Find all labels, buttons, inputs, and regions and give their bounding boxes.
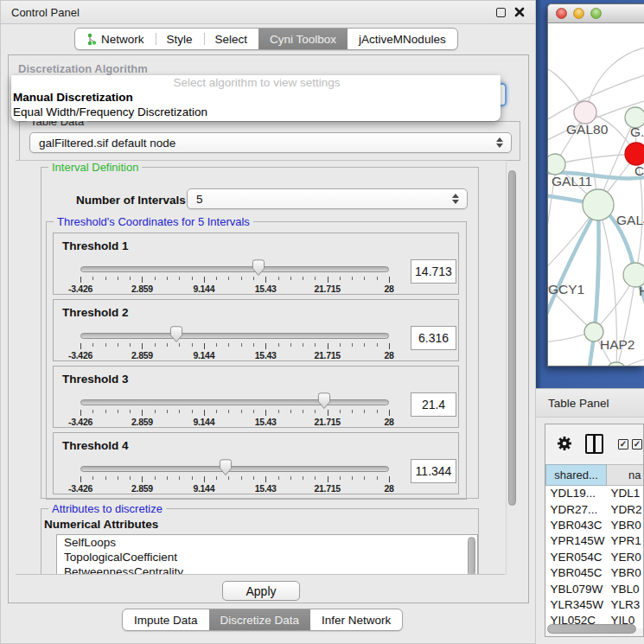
slider-track[interactable] (80, 266, 389, 272)
table-row[interactable]: YER054CYER0 (546, 549, 644, 564)
tick-mark (241, 410, 242, 413)
network-node[interactable] (606, 362, 627, 366)
column-header-1[interactable]: shared... (546, 465, 607, 486)
tab-label: Style (167, 33, 193, 46)
float-icon[interactable] (496, 8, 506, 17)
table-cell[interactable]: YPR1 (607, 533, 644, 549)
scrollbar-thumb[interactable] (547, 624, 636, 634)
checkbox-icon[interactable]: ✓ (618, 439, 628, 450)
close-traffic-light-icon[interactable] (556, 8, 567, 19)
table-cell[interactable]: YPR145W (546, 533, 607, 549)
table-row[interactable]: YPR145WYPR1 (546, 533, 644, 549)
slider-track[interactable] (80, 399, 389, 405)
table-cell[interactable]: YBL079W (546, 581, 607, 596)
table-cell[interactable]: YLR345W (546, 596, 607, 612)
zoom-traffic-light-icon[interactable] (590, 8, 602, 19)
scrollbar-vertical[interactable] (506, 160, 517, 575)
slider-thumb[interactable] (169, 326, 183, 343)
attribute-item[interactable]: TopologicalCoefficient (57, 550, 477, 564)
apply-button[interactable]: Apply (222, 581, 300, 601)
tick-mark (167, 476, 168, 480)
table-data-select[interactable]: galFiltered.sif default node (29, 132, 512, 153)
slider-thumb[interactable] (317, 392, 331, 410)
table-row[interactable]: YBR045CYBR0 (546, 564, 644, 580)
combo-arrows-icon (496, 137, 503, 148)
num-intervals-select[interactable]: 5 (187, 188, 468, 209)
tick-mark (328, 476, 328, 482)
slider-track[interactable] (80, 333, 389, 339)
network-node-gal11[interactable] (548, 154, 565, 175)
tick-mark (278, 343, 279, 347)
tick-mark (155, 410, 156, 413)
attribute-item[interactable]: BetweennessCentrality (57, 564, 477, 575)
tick-mark (253, 410, 254, 413)
threshold-value-field[interactable]: 6.316 (411, 326, 456, 350)
network-node-gal80[interactable] (574, 101, 596, 124)
slider-thumb[interactable] (252, 259, 265, 277)
scrollbar-thumb[interactable] (468, 537, 475, 575)
slider-thumb[interactable] (219, 459, 233, 476)
network-node-gal4[interactable] (583, 189, 614, 220)
checkbox-icon[interactable]: ✓ (632, 439, 642, 450)
tick-mark (130, 410, 131, 413)
tab-style[interactable]: Style (156, 29, 204, 49)
threshold-value-field[interactable]: 14.713 (411, 259, 456, 284)
slider-track[interactable] (80, 466, 389, 472)
tick-mark (204, 343, 205, 349)
table-cell[interactable]: YBR045C (546, 564, 607, 580)
tick-mark (364, 343, 365, 347)
attribute-item[interactable]: SelfLoops (57, 535, 477, 550)
tick-label: 21.715 (314, 417, 340, 427)
tab-impute-data[interactable]: Impute Data (123, 609, 209, 630)
tab-jactivemnodules[interactable]: jActiveMNodules (348, 29, 457, 49)
table-cell[interactable]: YBR0 (607, 517, 644, 532)
scrollbar-thumb[interactable] (508, 170, 516, 506)
table-cell[interactable]: YDL1 (607, 486, 644, 501)
minimize-traffic-light-icon[interactable] (573, 8, 584, 19)
table-cell[interactable]: YBR043C (546, 517, 607, 532)
tab-discretize-data[interactable]: Discretize Data (209, 609, 311, 630)
network-node-c[interactable] (625, 143, 644, 165)
network-canvas[interactable]: GAL80G.CGAL11GAL4HGCY1HAP2 (548, 23, 644, 366)
table-cell[interactable]: YER054C (546, 549, 607, 564)
tick-mark (253, 343, 254, 347)
tick-mark (118, 277, 118, 280)
toolbox-tabs: NetworkStyleSelectCyni ToolboxjActiveMNo… (74, 28, 458, 50)
tab-network[interactable]: Network (75, 29, 156, 49)
tick-label: 28 (384, 417, 393, 427)
table-row[interactable]: YBL079WYBL0 (546, 581, 644, 596)
app-root: Control Panel NetworkStyleSelectCyni Too… (0, 0, 644, 644)
scrollbar-horizontal[interactable] (547, 624, 642, 634)
table-cell[interactable]: YDL19... (546, 486, 607, 501)
table-cell[interactable]: YER0 (607, 549, 644, 564)
tick-mark (216, 277, 217, 280)
tab-cyni-toolbox[interactable]: Cyni Toolbox (258, 29, 348, 49)
columns-icon[interactable] (585, 434, 603, 454)
node-label: G. (630, 124, 644, 139)
table-cell[interactable]: YBL0 (607, 581, 644, 596)
threshold-value-field[interactable]: 21.4 (411, 392, 456, 417)
table-row[interactable]: YLR345WYLR3 (546, 596, 644, 612)
tab-infer-network[interactable]: Infer Network (310, 609, 402, 630)
numerical-attributes-list[interactable]: SelfLoopsTopologicalCoefficientBetweenne… (56, 534, 478, 575)
dropdown-option-manual[interactable]: Manual Discretization (11, 90, 501, 105)
column-header-2[interactable]: na (607, 465, 644, 486)
table-row[interactable]: YDL19...YDL1 (546, 486, 644, 501)
table-cell[interactable]: YBR0 (607, 564, 644, 580)
table-row[interactable]: YDR27...YDR2 (546, 501, 644, 517)
tick-mark (204, 476, 205, 482)
network-edge (616, 275, 635, 366)
gear-icon[interactable] (556, 435, 573, 452)
threshold-value-field[interactable]: 11.344 (411, 459, 456, 483)
table-cell[interactable]: YLR3 (607, 596, 644, 612)
table-cell[interactable]: YDR27... (546, 501, 607, 517)
tab-select[interactable]: Select (204, 29, 259, 49)
workspace-right: GAL80G.CGAL11GAL4HGCY1HAP2 Table Panel (536, 0, 644, 644)
table-cell[interactable]: YDR2 (607, 501, 644, 517)
close-icon[interactable] (514, 7, 525, 17)
tick-mark (352, 277, 353, 280)
threshold-label: Threshold 4 (62, 439, 129, 452)
table-row[interactable]: YBR043CYBR0 (546, 517, 644, 532)
dropdown-option-equal-width[interactable]: Equal Width/Frequency Discretization (11, 105, 501, 119)
tick-mark (130, 476, 131, 480)
